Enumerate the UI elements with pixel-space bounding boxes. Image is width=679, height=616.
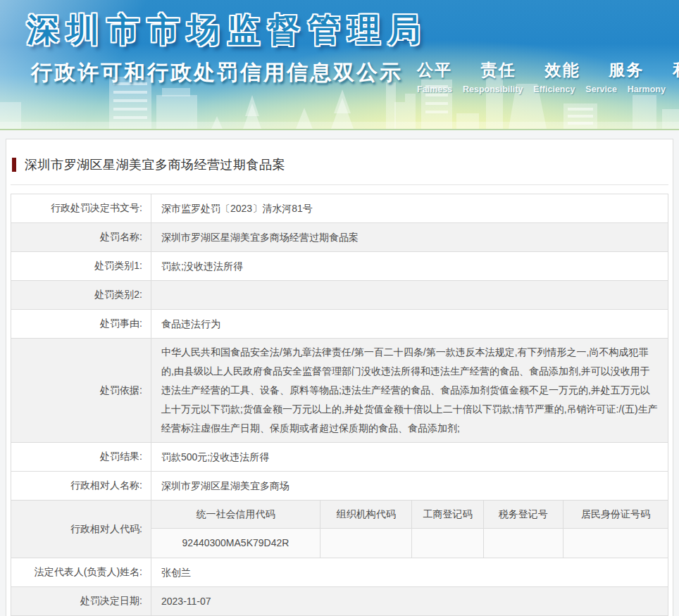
- subtable-header: 工商登记码: [411, 501, 482, 529]
- table-row: 法定代表人(负责人)姓名: 张创兰: [11, 558, 668, 587]
- field-label: 处罚结果:: [11, 443, 151, 471]
- table-row: 处罚名称: 深圳市罗湖区星湖美宜多商场经营过期食品案: [11, 223, 668, 252]
- field-value: 罚款;没收违法所得: [151, 252, 668, 280]
- field-value: 2023-11-07: [151, 587, 668, 615]
- slogan-english: Faimess Responsibility Efficiency Servic…: [417, 84, 679, 94]
- title-accent-bar: [12, 158, 16, 172]
- subtable-header: 组织机构代码: [320, 501, 411, 529]
- subtable-value: [320, 529, 411, 558]
- table-row-entity-codes: 行政相对人代码: 统一社会信用代码 组织机构代码 工商登记码 税务登记号 居民身…: [11, 501, 668, 558]
- field-label: 行政处罚决定书文号:: [11, 194, 151, 222]
- field-label: 处罚名称:: [11, 223, 151, 251]
- site-banner: 深圳市市场监督管理局 行政许可和行政处罚信用信息双公示 公平 责任 效能 服务 …: [0, 0, 679, 130]
- table-row: 行政处罚决定书文号: 深市监罗处罚〔2023〕清水河81号: [11, 194, 668, 223]
- field-label: 法定代表人(负责人)姓名:: [11, 558, 151, 586]
- field-label: 处罚事由:: [11, 310, 151, 338]
- subtable-value: [483, 529, 563, 558]
- field-label: 处罚依据:: [11, 339, 151, 442]
- field-value: 罚款500元;没收违法所得: [151, 443, 668, 471]
- org-name-title: 深圳市市场监督管理局: [27, 8, 428, 52]
- field-value: 张创兰: [151, 558, 668, 586]
- subtable-header-row: 统一社会信用代码 组织机构代码 工商登记码 税务登记号 居民身份证号码: [151, 501, 668, 529]
- table-row: 行政相对人名称: 深圳市罗湖区星湖美宜多商场: [11, 472, 668, 501]
- field-value: 深圳市罗湖区星湖美宜多商场经营过期食品案: [151, 223, 668, 251]
- table-row: 处罚决定日期: 2023-11-07: [11, 587, 668, 616]
- subtable-header: 税务登记号: [483, 501, 563, 529]
- field-label: 处罚类别2:: [11, 281, 151, 309]
- penalty-info-table: 行政处罚决定书文号: 深市监罗处罚〔2023〕清水河81号 处罚名称: 深圳市罗…: [11, 194, 668, 616]
- page-title: 深圳市罗湖区星湖美宜多商场经营过期食品案: [25, 156, 285, 173]
- table-row: 处罚事由: 食品违法行为: [11, 310, 668, 339]
- field-value: 中华人民共和国食品安全法/第九章法律责任/第一百二十四条/第一款违反本法规定,有…: [151, 339, 668, 442]
- banner-subtitle: 行政许可和行政处罚信用信息双公示: [31, 58, 403, 87]
- field-label: 行政相对人名称:: [11, 472, 151, 500]
- subtable-value-row: 92440300MA5K79D42R: [151, 529, 668, 558]
- field-value: 食品违法行为: [151, 310, 668, 338]
- field-label: 行政相对人代码:: [11, 501, 151, 558]
- subtable-value: [563, 529, 668, 558]
- subtable-header: 居民身份证号码: [563, 501, 668, 529]
- entity-code-subtable: 统一社会信用代码 组织机构代码 工商登记码 税务登记号 居民身份证号码 9244…: [151, 501, 668, 558]
- table-row: 处罚类别2:: [11, 281, 668, 310]
- case-title-block: 深圳市罗湖区星湖美宜多商场经营过期食品案: [11, 146, 668, 185]
- subtable-value: [411, 529, 482, 558]
- slogan-chinese: 公平 责任 效能 服务 和谐: [417, 59, 679, 81]
- table-row: 处罚依据: 中华人民共和国食品安全法/第九章法律责任/第一百二十四条/第一款违反…: [11, 339, 668, 443]
- content-panel: 深圳市罗湖区星湖美宜多商场经营过期食品案 行政处罚决定书文号: 深市监罗处罚〔2…: [6, 139, 673, 616]
- subtable-value: 92440300MA5K79D42R: [151, 529, 320, 558]
- banner-slogans: 公平 责任 效能 服务 和谐 Faimess Responsibility Ef…: [417, 59, 679, 94]
- table-row: 处罚结果: 罚款500元;没收违法所得: [11, 443, 668, 472]
- field-label: 处罚类别1:: [11, 252, 151, 280]
- field-value: [151, 281, 668, 309]
- field-label: 处罚决定日期:: [11, 587, 151, 615]
- field-value: 深圳市罗湖区星湖美宜多商场: [151, 472, 668, 500]
- table-row: 处罚类别1: 罚款;没收违法所得: [11, 252, 668, 281]
- subtable-header: 统一社会信用代码: [151, 501, 320, 529]
- field-value: 深市监罗处罚〔2023〕清水河81号: [151, 194, 668, 222]
